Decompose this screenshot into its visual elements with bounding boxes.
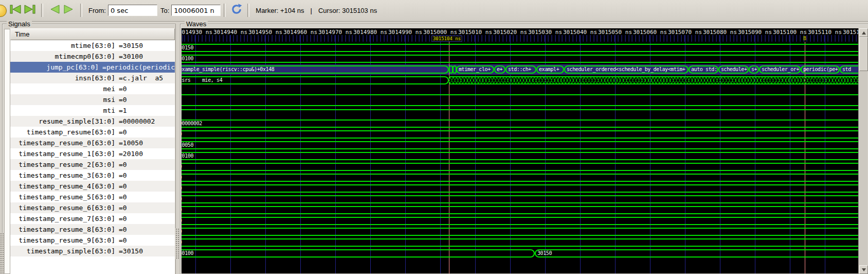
signal-value: =periodic(periodic bbox=[102, 63, 175, 71]
scalar-high-line bbox=[182, 109, 858, 110]
signal-row[interactable]: insn[63:0]=c.jalr a5 bbox=[10, 73, 175, 83]
signal-value: =0 bbox=[119, 172, 127, 179]
ruler-tick-label: 3015080 ns bbox=[703, 29, 737, 36]
signal-name: timestamp_resume_0[63:0] bbox=[10, 139, 115, 147]
toolbar-separator bbox=[80, 4, 82, 17]
bus-value: scheduler_or+ bbox=[760, 66, 800, 72]
signals-panel: Signals Time mtime[63:0]=30150mtimecmp0[… bbox=[2, 24, 176, 274]
signal-row[interactable]: timestamp_resume[63:0]=0 bbox=[10, 127, 175, 138]
bus-value: std::ch+ bbox=[507, 66, 535, 72]
bus-value: s+ bbox=[750, 66, 758, 72]
back-button[interactable] bbox=[47, 4, 61, 17]
forward-button[interactable] bbox=[62, 4, 77, 17]
signal-row[interactable]: timestamp_resume_5[63:0]=0 bbox=[10, 192, 175, 202]
bus-value: exampl+ bbox=[537, 66, 563, 72]
bus-segment: std::ch+ bbox=[505, 65, 536, 74]
signal-row[interactable]: timestamp_resume_0[63:0]=10050 bbox=[10, 138, 175, 148]
bus-segment: 30100 bbox=[182, 249, 535, 258]
signal-value: =c.jalr a5 bbox=[119, 74, 163, 82]
pane-resize-handle-middle[interactable] bbox=[175, 228, 179, 259]
signal-name: mtime[63:0] bbox=[10, 42, 115, 49]
signals-scrollbar[interactable] bbox=[4, 29, 10, 274]
ruler-tick-label: 3014940 ns bbox=[213, 29, 247, 36]
signal-value: =0 bbox=[119, 85, 127, 93]
signal-row[interactable]: mtime[63:0]=30150 bbox=[10, 40, 175, 51]
bus-value: schedule+ bbox=[719, 66, 748, 72]
zoom-icon-partial[interactable] bbox=[0, 5, 7, 17]
bus-value: e+ bbox=[495, 66, 504, 72]
signal-value: =0 bbox=[119, 215, 127, 222]
wave-canvas[interactable]: 3014930 ns3014940 ns3014950 ns3014960 ns… bbox=[182, 28, 858, 273]
signal-row[interactable]: msi=0 bbox=[10, 94, 175, 105]
signal-row[interactable]: timestamp_resume_4[63:0]=0 bbox=[10, 181, 175, 192]
ruler-tick-label: 3014950 ns bbox=[248, 29, 282, 36]
signal-row[interactable]: timestamp_resume_6[63:0]=0 bbox=[10, 202, 175, 213]
baseline-marker-label: B bbox=[803, 36, 806, 41]
go-to-end-button[interactable] bbox=[23, 4, 38, 17]
bus-value: 0 bbox=[182, 131, 858, 137]
go-to-start-button[interactable] bbox=[8, 4, 22, 17]
ruler-tick-label: 3015010 ns bbox=[458, 29, 492, 36]
marker-status: Marker: +104 ns bbox=[256, 7, 304, 14]
ruler-tick-label: 3014970 ns bbox=[318, 29, 352, 36]
scrollbar-down-button[interactable] bbox=[859, 265, 868, 274]
signal-row[interactable]: timestamp_resume_2[63:0]=0 bbox=[10, 159, 175, 170]
toolbar-separator bbox=[224, 4, 226, 17]
bus-value: 0 bbox=[182, 164, 858, 169]
scroll-up-icon bbox=[862, 31, 866, 35]
signal-name: mtimecmp0[63:0] bbox=[10, 53, 115, 60]
bus-value: 30100 bbox=[182, 56, 858, 61]
bus-value: 20100 bbox=[182, 153, 858, 159]
signal-row[interactable]: timestamp_resume_7[63:0]=0 bbox=[10, 213, 175, 224]
wave-vertical-scrollbar[interactable] bbox=[858, 28, 867, 274]
signal-row[interactable]: mtimecmp0[63:0]=30100 bbox=[10, 51, 175, 62]
signal-value: =1 bbox=[119, 107, 127, 114]
bus-segment: 10050 bbox=[182, 141, 858, 149]
reload-icon bbox=[230, 3, 243, 18]
signal-row[interactable]: timestamp_resume_9[63:0]=0 bbox=[10, 235, 175, 246]
bus-value: 30150 bbox=[182, 45, 858, 50]
signal-row[interactable]: timestamp_resume_1[63:0]=20100 bbox=[10, 148, 175, 159]
signal-name: timestamp_resume_7[63:0] bbox=[10, 215, 115, 222]
bus-value: 30100 bbox=[182, 250, 534, 256]
signal-value: =0 bbox=[119, 182, 127, 190]
reload-button[interactable] bbox=[229, 4, 244, 17]
signal-name: insn[63:0] bbox=[10, 74, 115, 82]
back-arrow-icon bbox=[47, 4, 61, 17]
bus-value: 0 bbox=[182, 239, 858, 245]
toolbar-separator bbox=[41, 4, 43, 17]
signal-row[interactable]: mei=0 bbox=[10, 83, 175, 94]
signals-list: mtime[63:0]=30150mtimecmp0[63:0]=30100ju… bbox=[10, 40, 175, 274]
ruler-tick-label: 3014930 ns bbox=[182, 29, 212, 36]
signal-row[interactable]: timestamp_resume_3[63:0]=0 bbox=[10, 170, 175, 181]
ruler-tick-label: 3015000 ns bbox=[423, 29, 457, 36]
signal-row[interactable]: timestamp_resume_8[63:0]=0 bbox=[10, 224, 175, 235]
bus-segment: 0 bbox=[182, 238, 858, 247]
signal-name: timestamp_resume_6[63:0] bbox=[10, 204, 115, 212]
bus-segment: 0 bbox=[182, 206, 858, 214]
from-input[interactable] bbox=[108, 5, 157, 16]
signal-row[interactable]: jump_pc[63:0]=periodic(periodic bbox=[10, 62, 175, 73]
signal-row[interactable]: resume_simple[31:0]=00000002 bbox=[10, 116, 175, 127]
pane-resize-handle-left[interactable] bbox=[0, 233, 4, 274]
time-column-header[interactable]: Time bbox=[10, 28, 175, 40]
bus-segment: scheduler_or+ bbox=[759, 65, 801, 74]
bus-segment: 20100 bbox=[182, 152, 858, 160]
to-input[interactable] bbox=[171, 5, 221, 16]
signal-name: timestamp_resume_9[63:0] bbox=[10, 236, 115, 244]
signal-value: =0 bbox=[119, 236, 127, 244]
scrollbar-thumb[interactable] bbox=[859, 37, 868, 71]
signal-row[interactable]: timestamp_simple[63:0]=30150 bbox=[10, 246, 175, 256]
signal-row[interactable]: mti=1 bbox=[10, 105, 175, 116]
to-label: To: bbox=[160, 7, 169, 14]
bus-value: std bbox=[841, 66, 858, 72]
bus-segment: 0 bbox=[182, 195, 858, 203]
ruler-tick-label: 3015110 ns bbox=[808, 29, 842, 36]
scrollbar-up-button[interactable] bbox=[859, 28, 868, 37]
bus-value: 0 bbox=[182, 196, 858, 202]
bus-segment: 00000002 bbox=[182, 119, 858, 128]
bus-segment: 0 bbox=[182, 163, 858, 171]
signal-name: msi bbox=[10, 96, 115, 104]
waves-panel-title: Waves bbox=[185, 20, 208, 28]
bus-value: 0 bbox=[182, 175, 858, 180]
